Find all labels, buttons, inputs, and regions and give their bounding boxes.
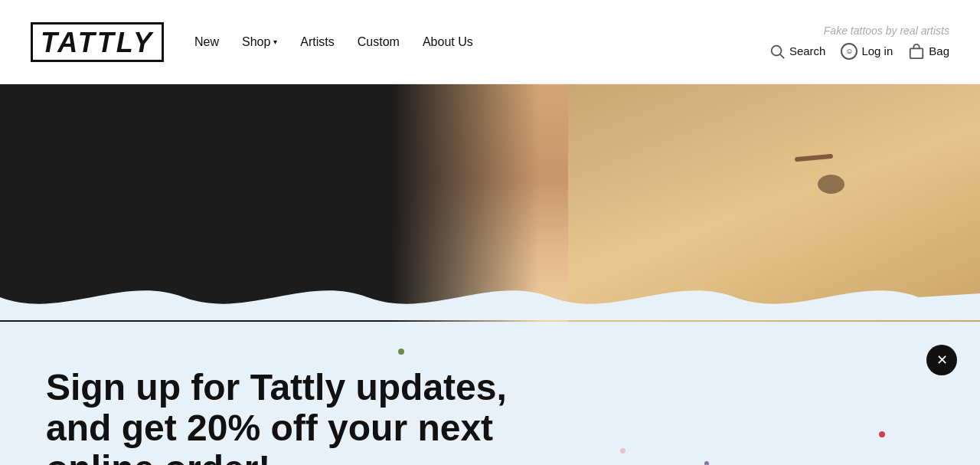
svg-point-0 (772, 45, 782, 55)
nav-shop[interactable]: Shop ▾ (242, 35, 277, 49)
header-actions: Search ☺ Log in Bag (769, 43, 949, 60)
wave-divider (0, 274, 980, 322)
header: TATTLY New Shop ▾ Artists Custom About U… (0, 0, 980, 84)
svg-line-1 (780, 54, 784, 58)
nav-new[interactable]: New (194, 35, 219, 49)
decorative-dot (879, 431, 885, 437)
nav-artists[interactable]: Artists (300, 35, 334, 49)
signup-section: Sign up for Tattly updates, and get 20% … (0, 322, 980, 465)
user-icon: ☺ (841, 43, 858, 60)
decorative-dot (620, 448, 626, 454)
nav-custom[interactable]: Custom (358, 35, 400, 49)
bag-button[interactable]: Bag (908, 43, 949, 60)
logo-text: TATTLY (41, 27, 154, 58)
login-button[interactable]: ☺ Log in (841, 43, 893, 60)
nav-about[interactable]: About Us (423, 35, 473, 49)
svg-rect-2 (910, 48, 923, 58)
main-nav: New Shop ▾ Artists Custom About Us (194, 35, 473, 49)
header-right: Fake tattoos by real artists Search ☺ Lo… (769, 25, 949, 60)
header-left: TATTLY New Shop ▾ Artists Custom About U… (31, 22, 473, 62)
decorative-dot (704, 461, 709, 465)
search-button[interactable]: Search (769, 43, 826, 60)
tagline: Fake tattoos by real artists (824, 25, 949, 37)
close-icon: ✕ (936, 352, 948, 368)
bag-icon (908, 43, 925, 60)
logo[interactable]: TATTLY (31, 22, 164, 62)
search-icon (769, 43, 786, 60)
signup-title: Sign up for Tattly updates, and get 20% … (46, 368, 567, 465)
hero-section (0, 84, 980, 322)
signup-content: Sign up for Tattly updates, and get 20% … (46, 368, 567, 465)
close-button[interactable]: ✕ (926, 345, 957, 375)
decorative-dot (398, 349, 404, 355)
chevron-down-icon: ▾ (273, 38, 277, 46)
